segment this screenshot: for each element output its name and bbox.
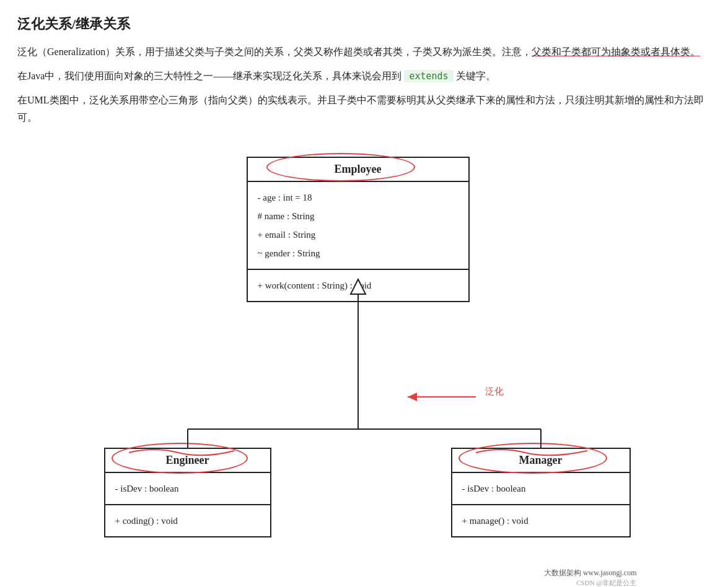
employee-attr-3: + email : String <box>258 225 458 244</box>
manager-name: Manager <box>519 454 563 466</box>
employee-class-box: Employee - age : int = 18 # name : Strin… <box>247 157 470 302</box>
employee-attr-2: # name : String <box>258 207 458 225</box>
watermark: 大数据架构 www.jasongj.com CSDN @非妃是公主 <box>544 568 637 587</box>
manager-attr-1: - isDev : boolean <box>462 479 620 498</box>
manager-class-box: Manager - isDev : boolean + manage() : v… <box>451 448 631 537</box>
p1-text1: 泛化（Generalization）关系，用于描述父类与子类之间的关系，父类又称… <box>17 46 532 57</box>
engineer-attr-1: - isDev : boolean <box>115 479 260 498</box>
employee-method-1: + work(content : String) : void <box>258 276 458 295</box>
engineer-methods: + coding() : void <box>105 505 270 536</box>
engineer-name: Engineer <box>166 454 209 466</box>
watermark-line1: 大数据架构 www.jasongj.com <box>544 568 637 578</box>
p2-text2: 关键字。 <box>456 71 496 81</box>
employee-methods: + work(content : String) : void <box>248 270 468 301</box>
paragraph-2: 在Java中，我们使用面向对象的三大特性之一——继承来实现泛化关系，具体来说会用… <box>17 67 711 85</box>
engineer-attrs: - isDev : boolean <box>105 473 270 505</box>
manager-method-1: + manage() : void <box>462 511 620 530</box>
uml-diagram: Employee - age : int = 18 # name : Strin… <box>17 144 711 587</box>
page-title: 泛化关系/继承关系 <box>17 15 711 33</box>
watermark-line2: CSDN @非妃是公主 <box>544 578 637 587</box>
svg-marker-6 <box>408 393 417 401</box>
engineer-method-1: + coding() : void <box>115 511 260 530</box>
employee-attrs: - age : int = 18 # name : String + email… <box>248 182 468 270</box>
extends-code: extends <box>404 70 453 82</box>
engineer-header: Engineer <box>105 449 270 473</box>
paragraph-3: 在UML类图中，泛化关系用带空心三角形（指向父类）的实线表示。并且子类中不需要标… <box>17 92 711 128</box>
employee-header: Employee <box>248 158 468 182</box>
employee-attr-4: ~ gender : String <box>258 244 458 263</box>
employee-attr-1: - age : int = 18 <box>258 188 458 207</box>
paragraph-1: 泛化（Generalization）关系，用于描述父类与子类之间的关系，父类又称… <box>17 43 711 61</box>
employee-name: Employee <box>335 163 382 175</box>
generalization-label: 泛化 <box>485 386 504 398</box>
manager-attrs: - isDev : boolean <box>452 473 629 505</box>
diagram-inner: Employee - age : int = 18 # name : Strin… <box>92 144 637 587</box>
manager-header: Manager <box>452 449 629 473</box>
p2-text1: 在Java中，我们使用面向对象的三大特性之一——继承来实现泛化关系，具体来说会用… <box>17 71 401 81</box>
manager-methods: + manage() : void <box>452 505 629 536</box>
p1-underline: 父类和子类都可为抽象类或者具体类。 <box>532 46 700 57</box>
engineer-class-box: Engineer - isDev : boolean + coding() : … <box>104 448 271 537</box>
